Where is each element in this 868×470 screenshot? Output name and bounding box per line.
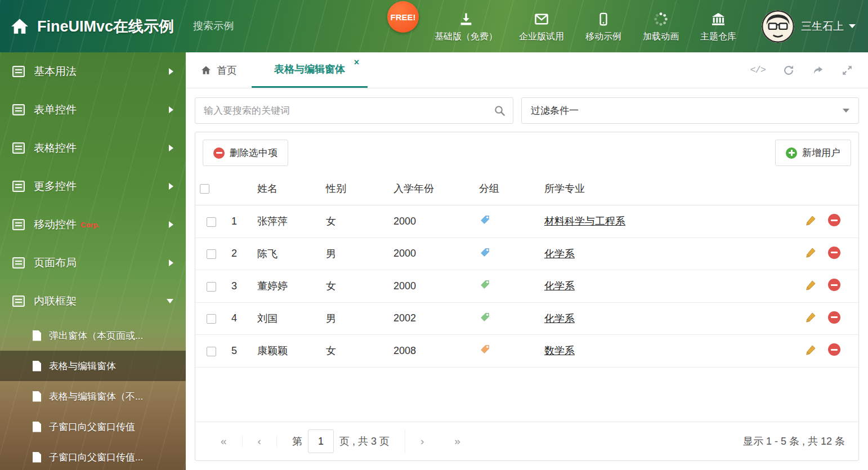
corp-badge: Corp.	[80, 221, 100, 229]
sidebar-subitem[interactable]: 弹出窗体（本页面或...	[0, 320, 186, 351]
chevron-icon	[169, 145, 173, 151]
close-icon[interactable]: ×	[354, 58, 359, 67]
add-user-button[interactable]: 新增用户	[775, 140, 851, 166]
col-gender-header: 性别	[321, 172, 389, 205]
delete-row-icon[interactable]	[828, 247, 840, 259]
page-number-group: 第 页 , 共 3 页	[277, 429, 405, 453]
mobile-icon	[596, 10, 611, 27]
sidebar-item-label: 页面布局	[34, 256, 77, 270]
edit-pencil-icon[interactable]	[805, 279, 817, 291]
table-row: 4 刘国 男 2002	[195, 302, 858, 335]
sidebar-item[interactable]: 基本用法	[0, 52, 186, 91]
spinner-icon	[653, 10, 669, 27]
row-checkbox[interactable]	[207, 217, 216, 227]
row-checkbox[interactable]	[207, 347, 216, 356]
page-icon	[33, 422, 41, 432]
select-all-checkbox[interactable]	[200, 184, 209, 194]
filter-row: 过滤条件一	[195, 97, 859, 124]
next-page-button[interactable]: ›	[405, 435, 439, 447]
major-link[interactable]: 材料科学与工程系	[544, 216, 625, 227]
header-search	[193, 20, 308, 33]
row-index: 5	[227, 335, 253, 368]
cell-year: 2000	[389, 270, 475, 303]
page-number-input[interactable]	[308, 429, 334, 453]
plus-circle-icon	[786, 147, 797, 159]
chevron-down-icon	[843, 109, 849, 113]
sidebar-item[interactable]: 表格控件	[0, 129, 186, 167]
table-row: 3 董婷婷 女 2000	[195, 270, 858, 303]
sidebar-subitem-label: 表格与编辑窗体（不...	[49, 390, 143, 403]
col-group-header: 分组	[475, 172, 540, 205]
cell-year: 2008	[389, 335, 475, 368]
delete-selected-button[interactable]: 删除选中项	[203, 140, 288, 166]
sidebar-item[interactable]: 内联框架	[0, 282, 186, 320]
row-index: 2	[227, 238, 253, 270]
col-index-header	[227, 172, 253, 205]
cell-gender: 男	[321, 238, 389, 270]
cell-gender: 女	[321, 270, 389, 303]
sidebar-subitem[interactable]: 子窗口向父窗口传值...	[0, 442, 186, 470]
filter-dropdown[interactable]: 过滤条件一	[521, 97, 859, 124]
cell-year: 2000	[389, 238, 475, 270]
chevron-icon	[167, 299, 173, 303]
first-page-button[interactable]: «	[205, 435, 243, 447]
sidebar-subitem-label: 子窗口向父窗口传值...	[49, 451, 143, 464]
tab-active-grid-edit-window[interactable]: 表格与编辑窗体 ×	[252, 52, 368, 88]
sidebar-item-label: 移动控件	[34, 217, 77, 232]
sidebar-subitem[interactable]: 子窗口向父窗口传值	[0, 411, 186, 442]
page-icon	[33, 330, 41, 341]
sidebar-item-icon	[12, 219, 25, 230]
major-link[interactable]: 化学系	[544, 248, 575, 259]
header-search-input[interactable]	[193, 20, 324, 32]
major-link[interactable]: 化学系	[544, 313, 575, 324]
delete-row-icon[interactable]	[828, 279, 840, 291]
keyword-search-input[interactable]	[195, 97, 513, 124]
row-checkbox[interactable]	[207, 282, 216, 292]
row-checkbox[interactable]	[207, 314, 216, 324]
share-icon[interactable]	[812, 64, 824, 77]
cell-name: 康颖颖	[253, 335, 321, 368]
major-link[interactable]: 化学系	[544, 280, 575, 292]
edit-pencil-icon[interactable]	[805, 344, 817, 356]
major-link[interactable]: 数学系	[544, 345, 575, 356]
table-row: 1 张萍萍 女 2000	[195, 205, 858, 238]
nav-item-theme-store[interactable]: 主题仓库	[700, 10, 736, 43]
home-logo-icon[interactable]	[10, 17, 29, 36]
filter-dropdown-value: 过滤条件一	[531, 104, 579, 117]
sidebar-item[interactable]: 页面布局	[0, 244, 186, 282]
expand-icon[interactable]	[841, 64, 853, 77]
tab-home-label: 首页	[217, 64, 237, 77]
delete-row-icon[interactable]	[828, 311, 840, 324]
bank-icon	[710, 10, 727, 27]
tag-icon	[479, 247, 491, 258]
delete-row-icon[interactable]	[828, 214, 840, 226]
sidebar-item[interactable]: 更多控件	[0, 167, 186, 205]
refresh-icon[interactable]	[782, 64, 795, 77]
prev-page-button[interactable]: ‹	[243, 435, 277, 447]
sidebar-subitem[interactable]: 表格与编辑窗体（不...	[0, 381, 186, 411]
tag-icon	[479, 279, 491, 290]
sidebar-item-label: 更多控件	[34, 179, 77, 194]
search-icon[interactable]	[493, 104, 506, 117]
sidebar-subitem[interactable]: 表格与编辑窗体	[0, 351, 186, 381]
tab-tools: </>	[750, 52, 868, 88]
delete-row-icon[interactable]	[828, 343, 840, 356]
last-page-button[interactable]: »	[439, 435, 476, 447]
nav-item-enterprise-trial[interactable]: 企业版试用	[519, 10, 564, 43]
sidebar-item[interactable]: 表单控件	[0, 91, 186, 129]
tab-home[interactable]: 首页	[186, 52, 252, 88]
nav-item-mobile-demo[interactable]: 移动示例	[585, 10, 621, 43]
edit-pencil-icon[interactable]	[805, 214, 817, 226]
sidebar-item-label: 基本用法	[34, 64, 77, 79]
app-title: FineUIMvc在线示例	[37, 16, 174, 37]
nav-item-basic-version[interactable]: 基础版（免费）	[435, 10, 498, 43]
edit-pencil-icon[interactable]	[805, 247, 817, 258]
user-menu[interactable]: 三生石上	[762, 10, 856, 43]
source-code-icon[interactable]: </>	[750, 65, 766, 75]
nav-item-loading-animation[interactable]: 加载动画	[643, 10, 679, 43]
row-checkbox[interactable]	[207, 249, 216, 259]
nav-item-label: 主题仓库	[700, 31, 736, 43]
sidebar-item[interactable]: 移动控件 Corp.	[0, 205, 186, 244]
edit-pencil-icon[interactable]	[805, 311, 817, 323]
row-index: 3	[227, 270, 253, 303]
